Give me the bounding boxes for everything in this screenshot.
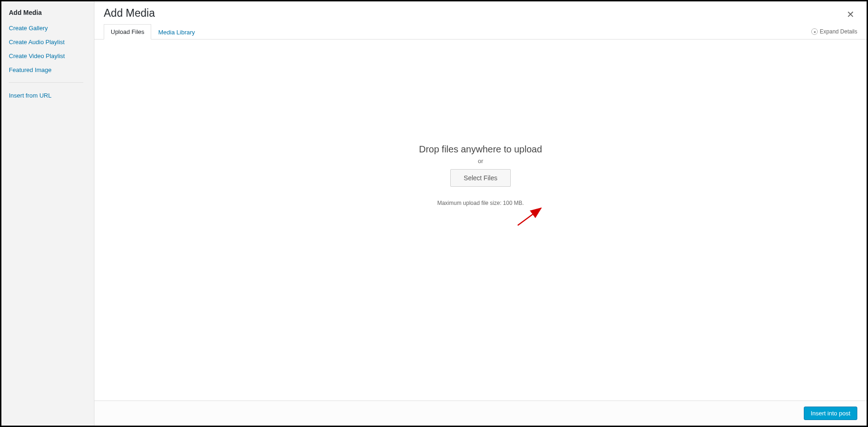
sidebar-link[interactable]: Insert from URL — [9, 92, 52, 99]
sidebar-item-create-video-playlist[interactable]: Create Video Playlist — [9, 49, 87, 63]
sidebar-list: Create Gallery Create Audio Playlist Cre… — [9, 21, 87, 77]
tab-media-library[interactable]: Media Library — [151, 24, 202, 39]
tabs: Upload Files Media Library — [104, 24, 202, 39]
sidebar-item-create-gallery[interactable]: Create Gallery — [9, 21, 87, 35]
sidebar-link[interactable]: Create Audio Playlist — [9, 39, 65, 46]
sidebar-item-insert-from-url[interactable]: Insert from URL — [9, 88, 87, 102]
sidebar-title: Add Media — [9, 9, 87, 16]
upload-area[interactable]: Drop files anywhere to upload or Select … — [94, 39, 867, 401]
sidebar-separator — [9, 82, 83, 83]
max-upload-size-text: Maximum upload file size: 100 MB. — [437, 200, 524, 206]
main-content: Add Media ✕ Upload Files Media Library ◂… — [94, 1, 867, 426]
modal-footer: Insert into post — [94, 401, 867, 426]
sidebar-item-featured-image[interactable]: Featured Image — [9, 63, 87, 77]
main-header: Add Media ✕ — [94, 1, 867, 24]
expand-details-label: Expand Details — [820, 28, 857, 35]
expand-details-toggle[interactable]: ◂ Expand Details — [811, 28, 857, 35]
close-button[interactable]: ✕ — [844, 8, 857, 21]
sidebar: Add Media Create Gallery Create Audio Pl… — [1, 1, 94, 426]
sidebar-item-create-audio-playlist[interactable]: Create Audio Playlist — [9, 35, 87, 49]
tabs-row: Upload Files Media Library ◂ Expand Deta… — [94, 24, 867, 39]
media-modal: Add Media Create Gallery Create Audio Pl… — [1, 1, 867, 426]
drop-instructions: Drop files anywhere to upload — [419, 144, 542, 155]
sidebar-link[interactable]: Featured Image — [9, 66, 52, 73]
select-files-button[interactable]: Select Files — [450, 169, 511, 187]
sidebar-list-secondary: Insert from URL — [9, 88, 87, 102]
arrow-annotation-icon — [515, 204, 548, 228]
svg-line-1 — [518, 208, 541, 225]
sidebar-link[interactable]: Create Video Playlist — [9, 53, 65, 59]
expand-icon: ◂ — [811, 28, 818, 35]
page-title: Add Media — [104, 7, 857, 20]
sidebar-link[interactable]: Create Gallery — [9, 25, 48, 32]
close-icon: ✕ — [847, 9, 855, 20]
tab-upload-files[interactable]: Upload Files — [104, 24, 151, 39]
or-text: or — [478, 158, 483, 164]
insert-into-post-button[interactable]: Insert into post — [804, 407, 857, 420]
